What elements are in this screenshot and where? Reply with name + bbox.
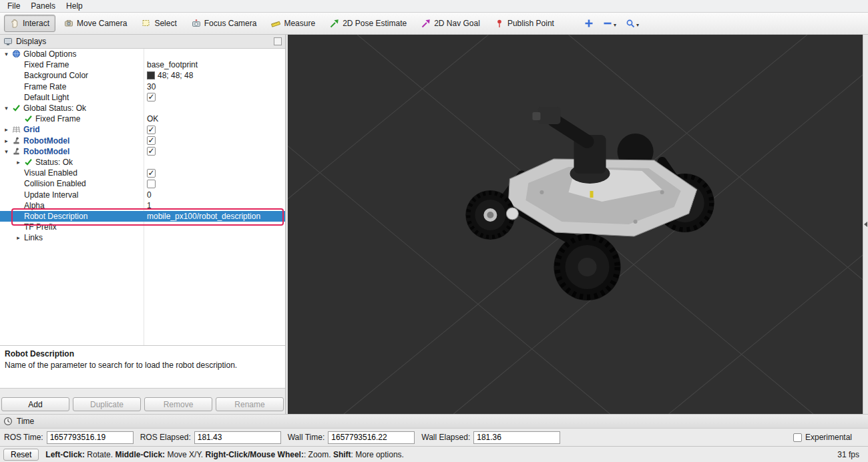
tool-measure[interactable]: Measure	[265, 15, 321, 32]
tree-row-label: TF Prefix	[24, 222, 57, 232]
tree-row-background-color[interactable]: Background Color48; 48; 48	[0, 70, 285, 81]
tree-row-robotmodel[interactable]: ▸RobotModel✓	[0, 136, 285, 146]
tree-row-value: base_footprint	[147, 60, 198, 69]
checkbox[interactable]: ✓	[147, 136, 156, 145]
zoom-out-icon	[603, 19, 612, 28]
zoom-in-button[interactable]	[584, 19, 594, 28]
tool-publish-point[interactable]: Publish Point	[489, 15, 560, 32]
tree-row-label: Links	[24, 233, 43, 242]
tree-row-grid[interactable]: ▸Grid✓	[0, 124, 285, 135]
wall-elapsed-input[interactable]	[473, 431, 560, 444]
rename-button[interactable]: Rename	[216, 397, 284, 411]
panel-float-button[interactable]	[274, 37, 282, 45]
checkbox[interactable]: ✓	[147, 126, 156, 134]
dropdown-arrow-icon[interactable]: ▾	[614, 23, 616, 28]
remove-button[interactable]: Remove	[144, 397, 212, 411]
tree-row-label: Frame Rate	[24, 82, 66, 91]
tree-row-default-light[interactable]: Default Light✓	[0, 92, 285, 103]
menu-item-file[interactable]: File	[3, 1, 25, 11]
status-ok-icon	[24, 114, 33, 124]
tree-row-fixed-frame[interactable]: Fixed Framebase_footprint	[0, 59, 285, 70]
experimental-wrap: Experimental	[793, 433, 852, 442]
publish-point-icon	[495, 19, 504, 28]
displays-panel-title: Displays	[16, 37, 46, 46]
time-panel-header[interactable]: Time	[0, 414, 868, 429]
tree-row-links[interactable]: ▸Links	[0, 232, 285, 243]
tool-move-camera[interactable]: Move Camera	[58, 15, 133, 32]
focus-camera-icon	[192, 19, 201, 28]
tree-row-value: 0	[147, 190, 152, 200]
menu-item-help[interactable]: Help	[61, 1, 87, 11]
robot-icon	[12, 147, 21, 156]
help-key: Shift	[333, 450, 351, 459]
tree-row-global-options[interactable]: ▾Global Options	[0, 49, 285, 59]
tree-row-value: 48; 48; 48	[158, 71, 193, 80]
status-ok-icon	[12, 103, 21, 113]
tree-row-alpha[interactable]: Alpha1	[0, 200, 285, 211]
tree-row-collision-enabled[interactable]: Collision Enabled	[0, 178, 285, 189]
experimental-checkbox[interactable]	[793, 433, 802, 442]
tree-row-label: RobotModel	[23, 147, 69, 156]
ros-elapsed-input[interactable]	[194, 431, 281, 444]
globe-icon	[12, 49, 21, 59]
duplicate-button[interactable]: Duplicate	[73, 397, 141, 411]
tree-row-robot-description[interactable]: Robot Descriptionmobile_px100/robot_desc…	[0, 211, 285, 222]
hand-icon	[10, 19, 19, 28]
tree-row-label: Default Light	[24, 93, 69, 102]
color-swatch	[147, 71, 155, 79]
fps-counter: 31 fps	[837, 450, 859, 459]
tree-row-frame-rate[interactable]: Frame Rate30	[0, 81, 285, 92]
reset-button[interactable]: Reset	[3, 449, 39, 461]
tool-2d-pose-estimate[interactable]: 2D Pose Estimate	[324, 15, 413, 32]
wall-time-input[interactable]	[328, 431, 415, 444]
dropdown-arrow-icon[interactable]: ▾	[636, 23, 639, 28]
zoom-reset-button[interactable]: ▾	[626, 19, 639, 28]
expand-arrow-icon[interactable]: ▸	[3, 138, 10, 144]
expand-arrow-icon[interactable]: ▸	[3, 126, 10, 133]
3d-viewport[interactable]	[288, 35, 863, 414]
side-panel-collapsed[interactable]	[863, 35, 868, 414]
tree-row-label: Visual Enabled	[24, 168, 77, 178]
grid-icon	[12, 125, 21, 134]
displays-panel-header[interactable]: Displays	[0, 35, 285, 48]
checkbox[interactable]	[147, 180, 156, 188]
tree-row-update-interval[interactable]: Update Interval0	[0, 189, 285, 200]
tree-row-robotmodel[interactable]: ▾RobotModel✓	[0, 146, 285, 157]
expand-arrow-icon[interactable]: ▾	[3, 51, 10, 57]
tree-row-status-ok[interactable]: ▸Status: Ok	[0, 157, 285, 168]
expand-arrow-icon[interactable]: ▸	[15, 234, 22, 241]
menu-item-panels[interactable]: Panels	[26, 1, 60, 11]
checkbox[interactable]: ✓	[147, 147, 156, 156]
displays-panel: Displays ▾Global OptionsFixed Framebase_…	[0, 35, 286, 414]
add-button[interactable]: Add	[1, 397, 69, 411]
tree-row-global-status-ok[interactable]: ▾Global Status: Ok	[0, 103, 285, 113]
tool-select[interactable]: Select	[136, 15, 182, 32]
tree-row-label: Global Status: Ok	[23, 103, 86, 113]
tree-row-tf-prefix[interactable]: TF Prefix	[0, 222, 285, 232]
clock-icon	[3, 417, 13, 426]
expand-arrow-icon[interactable]: ▸	[15, 159, 22, 166]
zoom-out-button[interactable]: ▾	[603, 19, 616, 28]
tool-interact[interactable]: Interact	[4, 15, 55, 32]
tree-row-label: Robot Description	[24, 212, 87, 221]
experimental-label: Experimental	[805, 433, 852, 442]
nav-goal-icon	[421, 19, 431, 28]
tool-2d-nav-goal[interactable]: 2D Nav Goal	[415, 15, 486, 32]
ros-time-input[interactable]	[47, 431, 134, 444]
toolbar: InteractMove CameraSelectFocus CameraMea…	[0, 13, 868, 35]
tool-focus-camera[interactable]: Focus Camera	[186, 15, 263, 32]
expand-arrow-icon[interactable]: ▾	[3, 148, 10, 155]
3d-scene	[288, 35, 863, 414]
checkbox[interactable]: ✓	[147, 169, 156, 178]
measure-icon	[271, 19, 280, 28]
tree-row-visual-enabled[interactable]: Visual Enabled✓	[0, 168, 285, 178]
pose-estimate-icon	[330, 19, 339, 28]
expand-arrow-icon[interactable]: ▾	[3, 105, 10, 111]
wall-elapsed-label: Wall Elapsed:	[421, 433, 470, 442]
zoom-reset-icon	[626, 19, 635, 28]
displays-icon	[3, 37, 13, 46]
tree-row-label: Alpha	[24, 201, 45, 210]
help-key: Middle-Click:	[115, 450, 165, 459]
checkbox[interactable]: ✓	[147, 93, 156, 101]
tree-row-fixed-frame[interactable]: Fixed FrameOK	[0, 113, 285, 124]
